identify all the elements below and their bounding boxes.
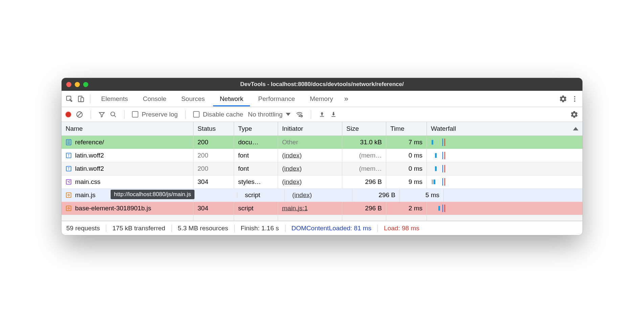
tab-memory[interactable]: Memory [303, 91, 340, 106]
preserve-log-label: Preserve log [142, 111, 178, 118]
col-time[interactable]: Time [386, 122, 427, 135]
cell-type [234, 215, 278, 221]
stat-domcontentloaded: DOMContentLoaded: 81 ms [285, 225, 378, 232]
cell-time: 5 ms [403, 189, 444, 202]
panel-settings-icon[interactable] [570, 110, 578, 119]
svg-rect-13 [332, 116, 336, 117]
cell-status: 200 [193, 162, 234, 175]
request-row[interactable]: main.jshttp://localhost:8080/js/main.jss… [62, 189, 582, 202]
preserve-log-checkbox[interactable]: Preserve log [132, 111, 178, 118]
svg-line-9 [114, 115, 116, 117]
cell-time [386, 215, 427, 221]
filter-icon[interactable] [98, 111, 105, 118]
col-initiator[interactable]: Initiator [278, 122, 342, 135]
cell-type: font [234, 149, 278, 162]
col-type[interactable]: Type [234, 122, 278, 135]
tab-sources[interactable]: Sources [175, 91, 212, 106]
search-icon[interactable] [110, 111, 117, 118]
request-name: base-element-3018901b.js [75, 205, 151, 212]
request-name: main.css [75, 178, 100, 186]
cell-initiator: Other [278, 136, 342, 149]
request-row[interactable] [62, 215, 582, 221]
inspect-element-icon[interactable] [64, 95, 74, 103]
col-size[interactable]: Size [342, 122, 386, 135]
cell-size: (mem… [342, 162, 386, 175]
settings-icon[interactable] [558, 95, 568, 103]
request-name: latin.woff2 [75, 165, 104, 172]
tab-performance[interactable]: Performance [251, 91, 302, 106]
cell-initiator: main.js:1 [278, 202, 342, 215]
cell-status [197, 192, 237, 198]
request-row[interactable]: Tlatin.woff2200font(index)(mem…0 ms [62, 162, 582, 175]
clear-button[interactable] [76, 111, 83, 118]
more-tabs-icon[interactable]: » [341, 95, 351, 103]
disable-cache-checkbox[interactable]: Disable cache [193, 111, 243, 118]
throttling-select[interactable]: No throttling [248, 111, 291, 118]
svg-point-23 [69, 181, 70, 182]
cell-name: main.jshttp://localhost:8080/js/main.js [62, 189, 193, 202]
cell-time: 0 ms [386, 162, 427, 175]
cell-status: 200 [193, 149, 234, 162]
upload-har-icon[interactable] [319, 111, 325, 118]
font-file-icon: T [66, 152, 72, 159]
cell-status: 200 [193, 136, 234, 149]
cell-type: script [234, 202, 278, 215]
tab-elements[interactable]: Elements [94, 91, 135, 106]
cell-waterfall [427, 149, 582, 162]
cell-waterfall [427, 162, 582, 175]
network-toolbar: Preserve log Disable cache No throttling [62, 107, 582, 122]
device-toolbar-icon[interactable] [76, 95, 86, 103]
tab-console[interactable]: Console [136, 91, 173, 106]
initiator-link[interactable]: main.js:1 [282, 205, 308, 212]
request-name: latin.woff2 [75, 152, 104, 159]
network-table-body: reference/200docu…Other31.0 kB7 msTlatin… [62, 136, 582, 221]
cell-initiator [278, 215, 342, 221]
cell-status: 304 [193, 175, 234, 188]
col-status[interactable]: Status [193, 122, 234, 135]
font-file-icon: T [66, 166, 72, 172]
svg-rect-12 [320, 116, 324, 117]
stat-load: Load: 98 ms [378, 225, 426, 232]
cell-status: 304 [193, 202, 234, 215]
main-tabbar: ElementsConsoleSourcesNetworkPerformance… [62, 91, 582, 107]
cell-name: Tlatin.woff2 [62, 149, 193, 162]
cell-time: 9 ms [386, 175, 427, 188]
cell-type: script [241, 189, 285, 202]
cell-initiator: (index) [278, 162, 342, 175]
cell-type: styles… [234, 175, 278, 188]
cell-type: font [234, 162, 278, 175]
titlebar: DevTools - localhost:8080/docs/devtools/… [62, 78, 582, 91]
request-row[interactable]: Tlatin.woff2200font(index)(mem…0 ms [62, 149, 582, 162]
cell-status [193, 215, 234, 221]
separator [90, 95, 90, 103]
col-waterfall[interactable]: Waterfall [427, 122, 582, 135]
svg-point-3 [574, 96, 575, 97]
cell-size: 296 B [342, 175, 386, 188]
cell-waterfall [427, 136, 582, 149]
sort-asc-icon [573, 127, 578, 130]
request-row[interactable]: reference/200docu…Other31.0 kB7 ms [62, 136, 582, 149]
cell-name: Tlatin.woff2 [62, 162, 193, 175]
cell-size: (mem… [342, 149, 386, 162]
initiator-link[interactable]: (index) [292, 191, 312, 199]
initiator-link[interactable]: (index) [282, 178, 302, 186]
request-row[interactable]: base-element-3018901b.js304scriptmain.js… [62, 202, 582, 215]
request-name: main.js [75, 191, 95, 199]
cell-type: docu… [234, 136, 278, 149]
initiator-link[interactable]: (index) [282, 165, 302, 172]
url-tooltip: http://localhost:8080/js/main.js [111, 190, 193, 199]
svg-text:T: T [68, 167, 70, 171]
network-conditions-icon[interactable] [295, 111, 303, 118]
svg-text:T: T [68, 154, 70, 158]
record-button[interactable] [66, 112, 71, 117]
svg-rect-2 [81, 98, 84, 102]
js-file-icon [66, 205, 72, 211]
stat-resources: 5.3 MB resources [172, 225, 235, 232]
download-har-icon[interactable] [330, 111, 337, 118]
cell-initiator: (index) [278, 175, 342, 188]
initiator-link[interactable]: (index) [282, 152, 302, 159]
col-name[interactable]: Name [62, 122, 193, 135]
request-row[interactable]: main.css304styles…(index)296 B9 ms [62, 175, 582, 189]
tab-network[interactable]: Network [213, 91, 250, 106]
more-menu-icon[interactable] [570, 95, 580, 103]
